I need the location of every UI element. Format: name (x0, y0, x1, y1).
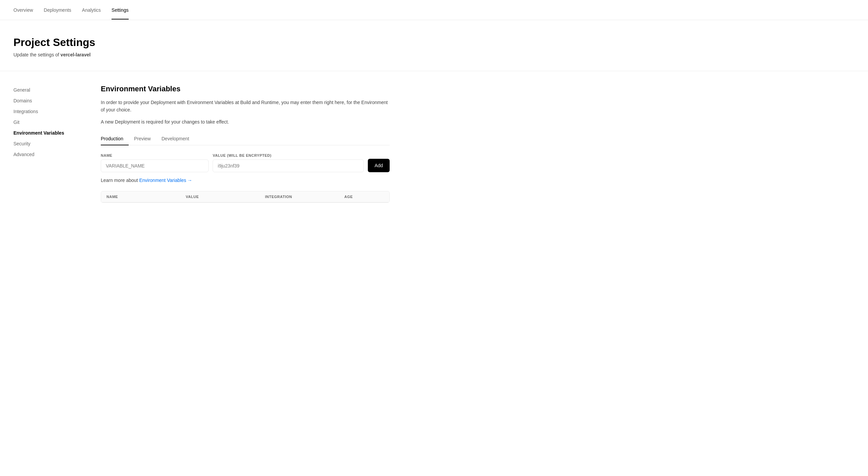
learn-more-prefix: Learn more about (101, 178, 139, 183)
tab-preview[interactable]: Preview (134, 133, 156, 145)
table-header-name: NAME (106, 195, 186, 199)
main-content: Environment Variables In order to provid… (101, 84, 390, 203)
value-form-group: VALUE (WILL BE ENCRYPTED) (213, 154, 364, 172)
nav-analytics[interactable]: Analytics (82, 1, 101, 20)
name-label: NAME (101, 154, 209, 158)
tab-development[interactable]: Development (162, 133, 195, 145)
name-form-group: NAME (101, 154, 209, 172)
value-label: VALUE (WILL BE ENCRYPTED) (213, 154, 364, 158)
top-nav: Overview Deployments Analytics Settings (0, 0, 868, 20)
section-note: A new Deployment is required for your ch… (101, 119, 390, 125)
tab-production[interactable]: Production (101, 133, 129, 145)
nav-overview[interactable]: Overview (13, 1, 33, 20)
nav-settings[interactable]: Settings (112, 1, 129, 20)
sidebar-item-advanced[interactable]: Advanced (13, 149, 81, 160)
add-variable-form: NAME VALUE (WILL BE ENCRYPTED) Add (101, 154, 390, 172)
learn-more-text: Learn more about Environment Variables → (101, 178, 390, 183)
sidebar-item-security[interactable]: Security (13, 138, 81, 149)
env-tabs: Production Preview Development (101, 133, 390, 145)
variable-value-input[interactable] (213, 160, 364, 172)
nav-deployments[interactable]: Deployments (44, 1, 71, 20)
env-variables-table: NAME VALUE INTEGRATION AGE (101, 191, 390, 203)
sidebar-item-environment-variables[interactable]: Environment Variables (13, 128, 81, 138)
sidebar: General Domains Integrations Git Environ… (13, 84, 81, 203)
sidebar-item-integrations[interactable]: Integrations (13, 106, 81, 117)
section-description: In order to provide your Deployment with… (101, 99, 390, 114)
page-subtitle: Update the settings of vercel-laravel (13, 52, 855, 58)
table-header-age: AGE (344, 195, 384, 199)
sidebar-item-git[interactable]: Git (13, 117, 81, 128)
variable-name-input[interactable] (101, 160, 209, 172)
page-title: Project Settings (13, 36, 855, 49)
table-header-value: VALUE (186, 195, 265, 199)
content-area: General Domains Integrations Git Environ… (0, 71, 868, 216)
page-subtitle-prefix: Update the settings of (13, 52, 60, 58)
learn-more-link[interactable]: Environment Variables → (139, 178, 192, 183)
page-header: Project Settings Update the settings of … (0, 20, 868, 71)
section-title: Environment Variables (101, 84, 390, 93)
sidebar-item-domains[interactable]: Domains (13, 95, 81, 106)
project-name: vercel-laravel (60, 52, 91, 58)
table-header-integration: INTEGRATION (265, 195, 344, 199)
table-header: NAME VALUE INTEGRATION AGE (101, 191, 389, 202)
add-variable-button[interactable]: Add (368, 159, 390, 172)
sidebar-item-general[interactable]: General (13, 84, 81, 95)
